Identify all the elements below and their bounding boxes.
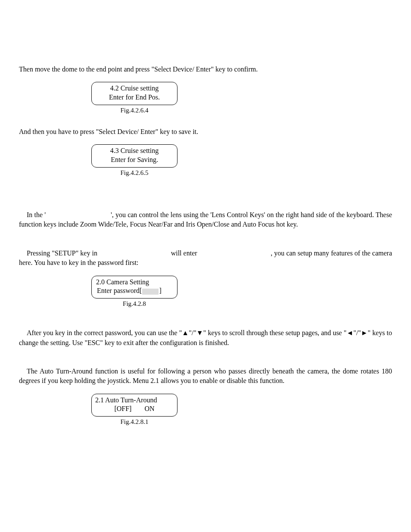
lcd-figure-428: 2.0 Camera Setting Enter password[] Fig.…	[91, 276, 177, 309]
lcd-figure-4281: 2.1 Auto Turn-Around [OFF] ON Fig.4.2.8.…	[91, 394, 177, 427]
figure-caption: Fig.4.2.6.4	[91, 106, 177, 115]
blank-gap	[46, 211, 111, 218]
lcd-line-2: Enter for End Pos.	[95, 93, 174, 102]
lcd-line-2: Enter for Saving.	[95, 156, 174, 165]
password-label: Enter password[	[97, 287, 142, 294]
paragraph-auto-turn: The Auto Turn-Around function is useful …	[19, 367, 392, 386]
lcd-options-row: [OFF] ON	[95, 404, 174, 414]
paragraph-lens-control: In the ' ', you can control the lens usi…	[19, 210, 392, 230]
lcd-figure-4264: 4.2 Cruise setting Enter for End Pos. Fi…	[91, 82, 177, 115]
lcd-line-2: Enter password[]	[95, 286, 174, 296]
lcd-line-1: 2.1 Auto Turn-Around	[95, 396, 174, 405]
text-fragment: will enter	[169, 249, 199, 257]
lcd-line-1: 4.3 Cruise setting	[95, 146, 174, 156]
lcd-box: 4.2 Cruise setting Enter for End Pos.	[91, 82, 177, 105]
lcd-box: 2.0 Camera Setting Enter password[]	[91, 276, 177, 299]
figure-caption: Fig.4.2.6.5	[91, 168, 177, 177]
lcd-line-1: 2.0 Camera Setting	[95, 278, 174, 287]
lcd-line-1: 4.2 Cruise setting	[95, 84, 174, 93]
paragraph-intro-1: Then move the dome to the end point and …	[19, 65, 392, 74]
option-on[interactable]: ON	[144, 404, 154, 414]
blank-gap	[199, 249, 271, 257]
paragraph-setup-key: Pressing "SETUP" key in will enter , you…	[19, 249, 392, 268]
figure-caption: Fig.4.2.8.1	[91, 417, 177, 426]
figure-caption: Fig.4.2.8	[91, 299, 177, 308]
text-fragment: Pressing "SETUP" key in	[27, 249, 99, 257]
lcd-box: 2.1 Auto Turn-Around [OFF] ON	[91, 394, 177, 417]
paragraph-intro-2: And then you have to press "Select Devic…	[19, 127, 392, 137]
password-input-box[interactable]	[142, 289, 159, 295]
paragraph-arrow-keys: After you key in the correct password, y…	[19, 328, 392, 348]
lcd-box: 4.3 Cruise setting Enter for Saving.	[91, 144, 177, 168]
lcd-figure-4265: 4.3 Cruise setting Enter for Saving. Fig…	[91, 144, 177, 177]
blank-gap	[99, 249, 169, 257]
text-fragment: In the '	[27, 211, 46, 218]
password-bracket-close: ]	[159, 287, 161, 294]
option-off[interactable]: [OFF]	[114, 404, 131, 414]
